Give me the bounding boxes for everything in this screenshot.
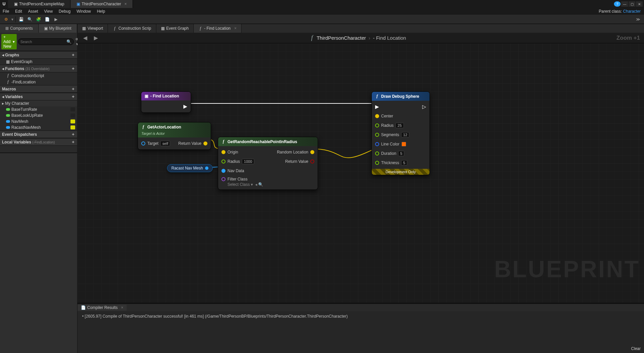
class-settings-icon[interactable]: 🧩 xyxy=(35,16,42,23)
doc-tab-blueprint[interactable]: ▣ ThirdPersonCharacter × xyxy=(70,0,133,8)
visibility-toggle[interactable] xyxy=(70,113,75,117)
pin-value[interactable]: 5 xyxy=(398,151,404,156)
fn-findlocation[interactable]: f -FindLocation xyxy=(0,79,77,85)
node-getrandomreachablepoint[interactable]: fGetRandomReachablePointInRadius Origin … xyxy=(218,137,318,190)
menu-help[interactable]: Help xyxy=(97,9,105,14)
add-icon[interactable]: ＋ xyxy=(71,52,75,58)
node-getactorlocation[interactable]: fGetActorLocation Target is Actor Target… xyxy=(138,122,211,150)
tab-eventgraph[interactable]: ▦Event Graph xyxy=(156,24,194,33)
close-icon[interactable]: × xyxy=(124,2,127,6)
visibility-toggle[interactable] xyxy=(70,125,75,129)
add-icon[interactable]: ＋ xyxy=(71,86,75,92)
float-pin[interactable] xyxy=(375,123,379,127)
tab-constructionscript[interactable]: fConstruction Scrip xyxy=(108,24,156,33)
var-label: Racast Nav Mesh xyxy=(171,166,203,170)
function-icon: f xyxy=(6,73,10,78)
close-button[interactable]: ✕ xyxy=(636,1,643,7)
object-out-pin[interactable] xyxy=(205,166,208,170)
pin-value[interactable]: 5 xyxy=(401,160,407,165)
node-function-entry[interactable]: ▣- Find Location ▶ xyxy=(141,91,191,113)
object-pin[interactable] xyxy=(141,141,145,145)
exec-in-pin[interactable]: ▶ xyxy=(375,104,379,110)
add-icon[interactable]: ＋ xyxy=(71,66,75,71)
close-icon[interactable]: × xyxy=(121,305,123,310)
minimize-button[interactable]: — xyxy=(621,1,628,7)
chevron-down-icon[interactable]: ▾ xyxy=(11,17,13,22)
subtab-components[interactable]: ⊞ Components xyxy=(0,24,39,33)
doc-tab-level[interactable]: ▣ ThirdPersonExampleMap xyxy=(8,0,70,8)
vector-pin[interactable] xyxy=(310,150,314,154)
graph-eventgraph[interactable]: ▦ EventGraph xyxy=(0,59,77,65)
save-icon[interactable]: 💾 xyxy=(18,16,24,23)
float-pin[interactable] xyxy=(375,161,379,165)
function-icon: f xyxy=(310,34,314,41)
bool-pin[interactable] xyxy=(310,159,314,163)
nav-fwd-button[interactable]: ▶ xyxy=(92,34,100,42)
compile-icon[interactable]: ⚙ xyxy=(3,16,9,23)
fn-constructionscript[interactable]: f ConstructionScript xyxy=(0,72,77,79)
variable-navmesh[interactable]: NavMesh xyxy=(0,118,77,124)
menu-debug[interactable]: Debug xyxy=(59,9,70,14)
tab-viewport[interactable]: ▦Viewport xyxy=(77,24,108,33)
class-pin[interactable] xyxy=(221,177,225,181)
color-pin[interactable] xyxy=(375,142,379,146)
category-functions[interactable]: ◂ Functions (31 Overridable) ＋ xyxy=(0,65,77,72)
vector-pin[interactable] xyxy=(221,150,225,154)
pin-default[interactable]: self xyxy=(160,141,170,146)
pin-label: Return Value xyxy=(178,141,201,146)
category-eventdispatchers[interactable]: Event Dispatchers ＋ xyxy=(0,130,77,138)
category-graphs[interactable]: ◂ Graphs ＋ xyxy=(0,51,77,59)
breadcrumb-root[interactable]: ThirdPersonCharacter xyxy=(317,35,366,41)
subtab-myblueprint[interactable]: ▣ My Blueprint xyxy=(39,24,77,33)
help-button[interactable]: ? xyxy=(614,1,621,7)
category-variables[interactable]: ◂ Variables ＋ xyxy=(0,93,77,100)
tab-compiler-results[interactable]: 📄 Compiler Results × xyxy=(77,305,127,311)
object-pin[interactable] xyxy=(221,169,225,173)
menu-window[interactable]: Window xyxy=(76,9,91,14)
add-new-button[interactable]: + Add New ▾ xyxy=(1,34,17,49)
exec-out-pin[interactable]: ▷ xyxy=(422,104,426,110)
parent-class-label: Parent class: Character xyxy=(599,9,644,14)
add-icon[interactable]: ＋ xyxy=(71,94,75,99)
node-variable-navmesh[interactable]: Racast Nav Mesh xyxy=(167,164,213,172)
graph-canvas[interactable]: ▣- Find Location ▶ fGetActorLocation Tar… xyxy=(77,43,644,303)
search-field[interactable] xyxy=(20,40,66,44)
add-icon[interactable]: ＋ xyxy=(71,139,75,145)
visibility-toggle[interactable] xyxy=(70,107,75,111)
vector-pin[interactable] xyxy=(203,141,207,145)
add-icon[interactable]: ＋ xyxy=(71,131,75,137)
clear-button[interactable]: Clear xyxy=(631,346,641,351)
dropdown-value[interactable]: Select Class xyxy=(227,182,250,187)
pin-value[interactable]: 12 xyxy=(401,132,409,137)
visibility-toggle[interactable] xyxy=(70,119,75,123)
pin-value[interactable]: 1000 xyxy=(242,159,254,164)
category-macros[interactable]: Macros ＋ xyxy=(0,85,77,93)
category-localvars[interactable]: Local Variables (-FindLocation) ＋ xyxy=(0,138,77,146)
menu-file[interactable]: File xyxy=(3,9,9,14)
exec-out-pin[interactable]: ▶ xyxy=(183,103,187,109)
expand-icon[interactable]: ≫ xyxy=(635,16,641,23)
menu-edit[interactable]: Edit xyxy=(15,9,22,14)
var-group-mycharacter[interactable]: ▸ My Character xyxy=(0,100,77,106)
class-defaults-icon[interactable]: 📄 xyxy=(44,16,50,23)
float-pin[interactable] xyxy=(221,159,225,163)
parent-class-link[interactable]: Character xyxy=(623,9,641,14)
pin-value[interactable]: 25 xyxy=(395,123,404,128)
float-pin[interactable] xyxy=(375,151,379,155)
variable-racastnavmesh[interactable]: RacastNavMesh xyxy=(0,124,77,130)
variable-baselookuprate[interactable]: BaseLookUpRate xyxy=(0,112,77,118)
tab-findlocation[interactable]: f- Find Location× xyxy=(194,24,241,33)
simulate-icon[interactable]: ▶ xyxy=(52,16,59,23)
close-icon[interactable]: × xyxy=(234,26,236,31)
vector-pin[interactable] xyxy=(375,114,379,118)
node-drawdebugsphere[interactable]: fDraw Debug Sphere ▶▷ Center Radius 25 S… xyxy=(371,91,430,175)
find-icon[interactable]: 🔍 xyxy=(26,16,33,23)
menu-view[interactable]: View xyxy=(44,9,53,14)
variable-baseturnrate[interactable]: BaseTurnRate xyxy=(0,106,77,112)
nav-back-button[interactable]: ◀ xyxy=(82,34,89,42)
menu-asset[interactable]: Asset xyxy=(28,9,38,14)
search-input[interactable]: 🔍 xyxy=(18,38,74,45)
int-pin[interactable] xyxy=(375,133,379,137)
color-swatch[interactable] xyxy=(401,142,406,146)
maximize-button[interactable]: ▢ xyxy=(629,1,635,7)
